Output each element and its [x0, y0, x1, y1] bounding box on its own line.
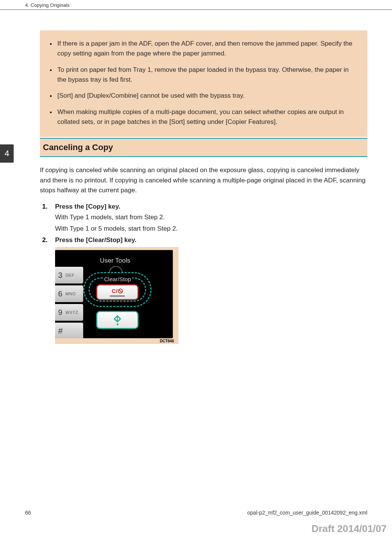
- numpad-key-hash: #: [55, 323, 83, 338]
- numpad-key-6: 6 MNO: [55, 285, 83, 302]
- svg-line-1: [119, 290, 122, 293]
- start-button: [96, 311, 139, 329]
- note-item: To print on paper fed from Tray 1, remov…: [57, 65, 359, 85]
- user-tools-label: User Tools: [100, 257, 130, 264]
- key-number: 3: [58, 271, 62, 280]
- clear-stop-button: C/: [96, 284, 139, 300]
- button-ridge: [110, 295, 125, 297]
- key-letters: WXYZ: [65, 310, 78, 315]
- key-letters: DEF: [65, 273, 74, 277]
- note-item: When making multiple copies of a multi-p…: [57, 107, 359, 127]
- source-filename: opal-p2_mf2_com_user_guide_00142092_eng.…: [247, 510, 367, 516]
- note-item: If there is a paper jam in the ADF, open…: [57, 39, 359, 59]
- section-heading-bar: Canceling a Copy: [40, 138, 367, 157]
- step-item: Press the [Clear/Stop] key. User Tools 3…: [55, 236, 367, 344]
- page-footer: 66 opal-p2_mf2_com_user_guide_00142092_e…: [25, 510, 367, 516]
- chapter-side-tab: 4: [0, 144, 14, 163]
- section-intro: If copying is canceled while scanning an…: [40, 165, 367, 195]
- step-sub: With Type 1 models, start from Step 2.: [55, 214, 367, 221]
- start-indicator-dot: [117, 323, 119, 325]
- key-number: 6: [58, 290, 62, 298]
- notes-box: If there is a paper jam in the ADF, open…: [40, 30, 367, 137]
- section-heading: Canceling a Copy: [43, 143, 364, 152]
- step-item: Press the [Copy] key. With Type 1 models…: [55, 203, 367, 233]
- note-item: [Sort] and [Duplex/Combine] cannot be us…: [57, 91, 359, 101]
- control-panel-illustration: User Tools 3 DEF 6 MNO: [55, 250, 173, 338]
- clear-stop-label: Clear/Stop: [103, 276, 132, 282]
- key-number: 9: [58, 308, 62, 317]
- step-title: Press the [Clear/Stop] key.: [55, 236, 367, 244]
- step-title: Press the [Copy] key.: [55, 203, 367, 211]
- key-letters: MNO: [65, 291, 76, 296]
- key-number: #: [58, 326, 63, 336]
- numpad-key-3: 3 DEF: [55, 267, 83, 283]
- draft-stamp: Draft 2014/01/07: [311, 523, 387, 535]
- running-header: 4. Copying Originals: [0, 0, 392, 10]
- start-icon: [114, 315, 121, 323]
- stop-icon: [118, 288, 123, 294]
- page-number: 66: [25, 510, 31, 516]
- keypad-column: 3 DEF 6 MNO 9 WXYZ: [55, 267, 83, 338]
- illustration-frame: User Tools 3 DEF 6 MNO: [55, 247, 179, 344]
- illustration-code: DCT846: [55, 338, 175, 343]
- numpad-key-9: 9 WXYZ: [55, 304, 83, 321]
- clear-stop-button-text: C/: [112, 288, 123, 294]
- step-sub: With Type 1 or 5 models, start from Step…: [55, 225, 367, 233]
